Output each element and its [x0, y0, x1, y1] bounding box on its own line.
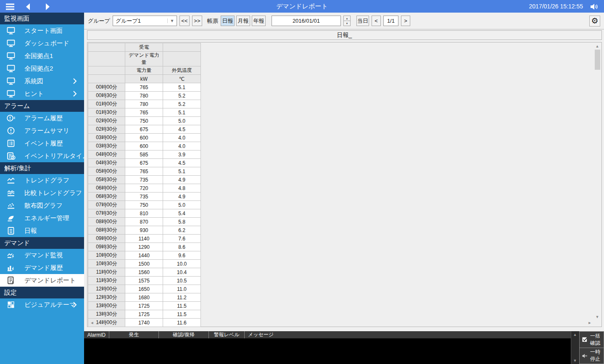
table-cell: 10.4	[163, 268, 201, 277]
table-cell: 765	[125, 83, 163, 92]
table-header-cell	[88, 52, 125, 66]
next-page-button[interactable]: >	[401, 16, 410, 26]
sidebar-item[interactable]: イベント履歴	[0, 137, 84, 150]
alarm-column-header[interactable]: 警報レベル	[209, 331, 245, 338]
vertical-scroll-thumb[interactable]	[595, 50, 600, 70]
sidebar-item[interactable]: イベントリアルタイム	[0, 150, 84, 162]
table-cell: 1575	[125, 277, 163, 285]
table-cell: 01時30分	[88, 108, 125, 117]
table-row: 03時00分6004.0	[88, 134, 201, 142]
table-cell: 750	[125, 117, 163, 125]
scroll-left-icon[interactable]: ◄	[89, 320, 95, 325]
monitor-icon	[6, 26, 16, 36]
sidebar-item[interactable]: 散布図グラフ	[0, 199, 84, 212]
trend-graph-icon	[6, 175, 16, 185]
table-row: 01時00分7805.2	[88, 100, 201, 108]
group-select-value: グループ1	[113, 17, 167, 25]
horizontal-scrollbar[interactable]: ◄ ►	[88, 319, 594, 326]
scroll-up-icon[interactable]: ▲	[594, 44, 601, 49]
table-cell: 780	[125, 92, 163, 100]
back-icon[interactable]	[24, 2, 34, 11]
report-type-button[interactable]: 月報	[236, 16, 250, 26]
alarm-table-body	[84, 338, 571, 364]
table-cell: 09時30分	[88, 243, 125, 251]
sidebar-item-label: ダッシュボード	[24, 40, 69, 47]
report-type-button[interactable]: 年報	[252, 16, 266, 26]
table-cell: 750	[125, 201, 163, 209]
table-cell: 675	[125, 159, 163, 167]
ack-all-button[interactable]: 一括確認	[579, 331, 604, 348]
date-input[interactable]: 2016/01/01	[272, 16, 341, 26]
table-row: 02時00分7505.0	[88, 117, 201, 125]
report-title-bar: 日報_	[87, 30, 602, 40]
table-row: 08時30分9306.2	[88, 226, 201, 235]
today-button[interactable]: 当日	[356, 16, 369, 26]
sidebar-item[interactable]: トレンドグラフ	[0, 174, 84, 187]
report-table-container: 受電デマンド電力量電力量外気温度kW℃00時00分7655.100時30分780…	[87, 42, 602, 327]
report-type-label: 帳票	[207, 17, 218, 25]
chevron-right-icon	[71, 90, 78, 97]
table-cell: 02時30分	[88, 125, 125, 134]
table-row: 12時00分165011.0	[88, 285, 201, 293]
sidebar-item[interactable]: 系統図	[0, 75, 84, 87]
sidebar-item[interactable]: デマンドレポート	[0, 274, 84, 287]
pause-button[interactable]: 一時停止	[579, 348, 604, 364]
sidebar-item[interactable]: エネルギー管理	[0, 212, 84, 224]
alarm-history-icon	[6, 113, 16, 123]
alarm-scroll-down-icon[interactable]: ▼	[572, 358, 578, 363]
settings-button[interactable]: ⚙	[589, 16, 600, 26]
table-header-cell: 外気温度	[163, 66, 201, 75]
page-indicator[interactable]: 1/1	[383, 16, 398, 26]
sidebar-item[interactable]: アラームサマリ	[0, 124, 84, 137]
alarm-column-header[interactable]: メッセージ	[245, 331, 571, 338]
sidebar-item-label: イベントリアルタイム	[24, 152, 84, 160]
table-cell: 12時30分	[88, 293, 125, 302]
prev-group-button[interactable]: <<	[179, 16, 190, 26]
sidebar-item[interactable]: ダッシュボード	[0, 37, 84, 50]
table-row: 02時30分6754.5	[88, 125, 201, 134]
alarm-column-header[interactable]: AlarmID	[84, 331, 109, 338]
sidebar-item[interactable]: 全国拠点2	[0, 62, 84, 75]
alarm-scrollbar[interactable]: ▲ ▼	[571, 331, 579, 364]
table-cell: 930	[125, 226, 163, 235]
sidebar-item[interactable]: 全国拠点1	[0, 50, 84, 62]
alarm-scroll-up-icon[interactable]: ▲	[572, 332, 578, 337]
table-cell: 1725	[125, 310, 163, 319]
table-cell: 765	[125, 167, 163, 176]
vertical-scrollbar[interactable]: ▲ ▼	[594, 43, 601, 319]
table-header-cell: 受電	[125, 43, 163, 52]
group-select[interactable]: グループ1 ▼	[113, 16, 177, 26]
sidebar-item[interactable]: ヒント	[0, 87, 84, 100]
alarm-column-header[interactable]: 発生	[109, 331, 159, 338]
table-cell: 780	[125, 100, 163, 108]
sidebar-item[interactable]: 比較トレンドグラフ	[0, 187, 84, 199]
sidebar-item[interactable]: スタート画面	[0, 24, 84, 37]
sidebar-item-label: アラーム履歴	[24, 114, 63, 122]
table-row: 10時30分150010.0	[88, 260, 201, 268]
table-header-cell: ℃	[163, 75, 201, 83]
table-cell: 00時30分	[88, 92, 125, 100]
date-spinner: ▲ ▼	[343, 16, 351, 26]
table-header-row: kW℃	[88, 75, 201, 83]
forward-icon[interactable]	[42, 2, 52, 11]
sidebar-item[interactable]: アラーム履歴	[0, 112, 84, 124]
table-cell: 585	[125, 150, 163, 159]
alarm-column-header[interactable]: 確認/復帰	[159, 331, 209, 338]
sidebar-item[interactable]: 日報	[0, 224, 84, 237]
table-cell: 13時30分	[88, 310, 125, 319]
sidebar-item[interactable]: ビジュアルテーマ	[0, 298, 84, 311]
next-group-button[interactable]: >>	[192, 16, 202, 26]
table-cell: 08時30分	[88, 226, 125, 235]
sidebar-item[interactable]: デマンド監視	[0, 249, 84, 261]
sidebar-item[interactable]: デマンド履歴	[0, 261, 84, 274]
sidebar-section-header: 監視画面	[0, 13, 84, 24]
date-spin-down-button[interactable]: ▼	[343, 21, 351, 26]
scroll-right-icon[interactable]: ►	[586, 320, 593, 325]
report-type-button[interactable]: 日報	[221, 16, 235, 26]
prev-page-button[interactable]: <	[372, 16, 381, 26]
hamburger-icon[interactable]	[5, 2, 15, 11]
speaker-icon[interactable]	[589, 2, 599, 11]
table-cell: 720	[125, 184, 163, 193]
table-cell: 07時30分	[88, 209, 125, 218]
scroll-down-icon[interactable]: ▼	[594, 314, 601, 319]
